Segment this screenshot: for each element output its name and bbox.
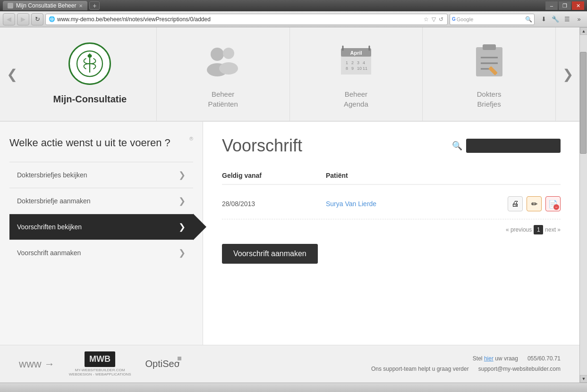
- nav-next-arrow[interactable]: ❯: [556, 27, 579, 121]
- create-prescription-button[interactable]: Voorschrift aanmaken: [222, 244, 318, 264]
- address-bar[interactable]: 🌐 www.my-demo.be/beheer/nl/notes/viewPre…: [45, 14, 448, 25]
- svg-text:10: 10: [357, 66, 362, 71]
- scroll-up-arrow[interactable]: ▲: [580, 27, 587, 35]
- scroll-thumb[interactable]: [580, 52, 587, 154]
- tools-icon[interactable]: 🔧: [550, 14, 561, 25]
- browser-navbar: ◀ ▶ ↻ 🌐 www.my-demo.be/beheer/nl/notes/v…: [0, 11, 587, 27]
- delete-minus-icon: −: [553, 204, 559, 210]
- footer-support-text: Stel hier uw vraag 055/60.70.71: [371, 354, 561, 364]
- footer-mwb-logo: MWB MY-WEBSITEBUILDER.COMWEBDESIGN - WEB…: [69, 351, 131, 376]
- sidebar-item-create-prescription[interactable]: Voorschrift aanmaken ❯: [9, 240, 193, 266]
- download-icon[interactable]: ⬇: [538, 14, 549, 25]
- nav-prev-arrow[interactable]: ❮: [0, 27, 24, 121]
- svg-point-3: [211, 48, 224, 61]
- print-action-icon[interactable]: 🖨: [508, 196, 523, 211]
- footer-www: www →: [19, 358, 55, 370]
- row-date: 28/08/2013: [222, 200, 326, 208]
- reload-button[interactable]: ↻: [31, 13, 43, 25]
- refresh-icon[interactable]: ↺: [438, 16, 444, 23]
- minimize-button[interactable]: –: [545, 1, 558, 10]
- nav-item-brand[interactable]: Mijn-Consultatie: [24, 27, 157, 121]
- restore-button[interactable]: ❐: [559, 1, 571, 10]
- optiseo-dot: ·: [178, 357, 181, 360]
- scroll-down-arrow[interactable]: ▼: [580, 375, 587, 383]
- svg-text:1: 1: [346, 60, 348, 65]
- sidebar-arrow-view-prescriptions: ❯: [179, 222, 186, 232]
- status-bar: [0, 383, 587, 392]
- sidebar-arrow-view-letters: ❯: [179, 170, 186, 180]
- sidebar-arrow-create-letter: ❯: [179, 196, 186, 206]
- content-search-input[interactable]: [466, 139, 561, 153]
- footer-email: support@my-websitebuilder.com: [478, 366, 561, 372]
- browser-content: ❮ Mijn-Consultatie: [0, 27, 587, 383]
- svg-text:8: 8: [346, 66, 348, 71]
- menu-icon[interactable]: ☰: [562, 14, 572, 25]
- letters-icon-area: [468, 39, 510, 82]
- sidebar-arrow-create-prescription: ❯: [179, 248, 186, 258]
- sidebar-item-view-letters[interactable]: Doktersbriefjes bekijken ❯: [9, 162, 193, 188]
- svg-text:9: 9: [351, 66, 354, 71]
- sidebar-question: Welke actie wenst u uit te voeren ?: [9, 136, 193, 150]
- sidebar-item-view-prescriptions-label: Voorschriften bekijken: [17, 223, 82, 231]
- sidebar-reg-symbol: ®: [189, 136, 193, 142]
- address-globe-icon: 🌐: [49, 16, 55, 22]
- mwb-sub-text: MY-WEBSITEBUILDER.COMWEBDESIGN - WEBAPPL…: [69, 368, 131, 376]
- main-area: Welke actie wenst u uit te voeren ? ® Do…: [0, 122, 579, 383]
- footer-hier-link[interactable]: hier: [484, 355, 493, 362]
- search-input[interactable]: Google: [457, 17, 524, 22]
- forward-button[interactable]: ▶: [17, 13, 29, 25]
- nav-item-patients[interactable]: Beheer Patiënten: [157, 27, 290, 121]
- new-tab-button[interactable]: +: [89, 1, 100, 10]
- sidebar-item-create-letter-label: Doktersbriefje aanmaken: [17, 197, 91, 205]
- search-box-area: 🔍: [452, 139, 561, 153]
- pagination-next[interactable]: next »: [545, 226, 561, 233]
- address-actions: ☆ ▽ ↺: [423, 16, 444, 23]
- pagination-current-page[interactable]: 1: [534, 225, 543, 234]
- sidebar-item-create-letter[interactable]: Doktersbriefje aanmaken ❯: [9, 188, 193, 214]
- overflow-icon[interactable]: »: [574, 14, 584, 25]
- tab-close-button[interactable]: ✕: [79, 3, 83, 8]
- nav-item-agenda[interactable]: April 1 2 3 4 8 9 10 11 Be: [290, 27, 423, 121]
- sidebar-item-view-prescriptions[interactable]: Voorschriften bekijken ❯: [9, 214, 193, 240]
- edit-action-icon[interactable]: ✏: [527, 196, 542, 211]
- footer: www → MWB MY-WEBSITEBUILDER.COMWEBDESIGN…: [0, 345, 579, 383]
- delete-action-icon[interactable]: 📄 −: [545, 196, 561, 211]
- table-row: 28/08/2013 Surya Van Lierde 🖨 ✏ 📄 −: [222, 189, 561, 219]
- search-bar[interactable]: G Google 🔍: [450, 14, 535, 25]
- svg-rect-22: [483, 44, 496, 50]
- bookmark-icon[interactable]: ☆: [423, 16, 430, 23]
- agenda-icon-area: April 1 2 3 4 8 9 10 11: [335, 39, 377, 82]
- browser-titlebar: Mijn Consultatie Beheer ✕ + – ❐ ✕: [0, 0, 587, 11]
- brand-logo-circle: [68, 42, 111, 85]
- footer-right: Stel hier uw vraag 055/60.70.71 Ons supp…: [371, 354, 561, 374]
- search-submit-icon[interactable]: 🔍: [525, 16, 532, 23]
- content-area: Voorschrift 🔍 Geldig vanaf Patiënt 28/08…: [203, 122, 579, 383]
- footer-www-text: www: [19, 358, 42, 370]
- tab-favicon: [8, 3, 13, 8]
- svg-text:3: 3: [357, 60, 359, 65]
- nav-item-letters[interactable]: Dokters Briefjes: [423, 27, 556, 121]
- scroll-track: [580, 35, 587, 375]
- svg-text:11: 11: [363, 66, 367, 71]
- browser-tab[interactable]: Mijn Consultatie Beheer ✕: [3, 1, 87, 10]
- row-patient[interactable]: Surya Van Lierde: [326, 200, 508, 208]
- window-controls: – ❐ ✕: [545, 1, 584, 10]
- footer-phone: 055/60.70.71: [527, 355, 561, 362]
- svg-rect-21: [476, 47, 502, 76]
- table-headers: Geldig vanaf Patiënt: [222, 167, 561, 185]
- back-button[interactable]: ◀: [3, 13, 15, 25]
- toolbar-icons: ⬇ 🔧 ☰ »: [538, 14, 584, 25]
- patients-label: Beheer Patiënten: [208, 89, 238, 109]
- close-window-button[interactable]: ✕: [572, 1, 584, 10]
- content-header: Voorschrift 🔍: [222, 136, 561, 156]
- patients-icon: [204, 44, 242, 77]
- pagination-prev[interactable]: « previous: [506, 226, 532, 233]
- patients-icon-area: [202, 39, 244, 82]
- search-icon: 🔍: [452, 141, 462, 151]
- page-title: Voorschrift: [222, 136, 302, 156]
- scrollbar[interactable]: ▲ ▼: [579, 27, 587, 383]
- brand-label: Mijn-Consultatie: [53, 92, 127, 106]
- bookmark-down-icon[interactable]: ▽: [431, 16, 437, 23]
- calendar-icon: April 1 2 3 4 8 9 10 11: [339, 43, 373, 77]
- letters-label: Dokters Briefjes: [477, 89, 502, 109]
